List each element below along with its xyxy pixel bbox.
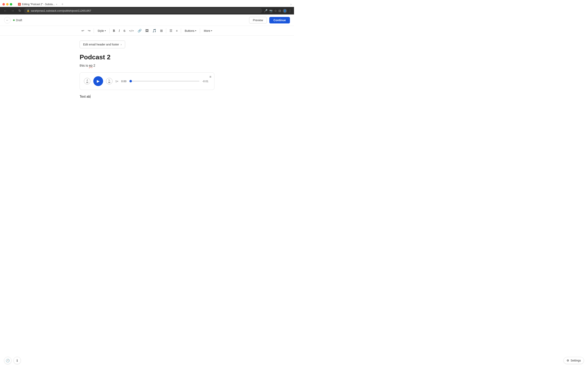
link-btn[interactable]: 🔗 (136, 27, 143, 34)
draft-label: Draft (16, 18, 22, 22)
play-btn[interactable]: ▶ (93, 76, 103, 86)
profile-btn[interactable]: 👤 (283, 9, 287, 13)
italic-btn[interactable]: I (117, 28, 121, 34)
redo-btn[interactable]: ↪ (86, 27, 92, 34)
code-icon: </> (129, 29, 134, 32)
buttons-label: Buttons (185, 29, 194, 33)
ordered-list-icon: ≡ (176, 29, 178, 33)
audio-btn[interactable]: 🎵 (151, 27, 158, 34)
audio-progress-handle[interactable] (130, 80, 132, 82)
maximize-window-btn[interactable] (10, 3, 12, 6)
link-icon: 🔗 (138, 29, 142, 33)
window-controls (2, 3, 12, 6)
strikethrough-icon: S (123, 29, 125, 33)
continue-btn[interactable]: Continue (269, 17, 290, 24)
more-dropdown[interactable]: More ▾ (202, 28, 214, 33)
post-title[interactable]: Podcast 2 (80, 53, 214, 61)
bold-btn[interactable]: B (111, 28, 117, 34)
audio-progress-bar[interactable] (131, 81, 199, 82)
back-btn[interactable]: ← (4, 17, 11, 24)
toolbar-separator-1 (94, 28, 94, 33)
camera-off-icon[interactable]: 📷 (269, 9, 273, 12)
url-bar[interactable]: 🔒 sarahjonas1.substack.com/publish/post/… (24, 8, 262, 13)
text-cursor (90, 95, 90, 98)
audio-menu-icon: ≡ (209, 75, 211, 78)
skip-back-btn[interactable]: ↺ 15 (84, 78, 90, 84)
playback-speed-btn[interactable]: 1× (115, 80, 118, 83)
tab-favicon-icon: S (18, 3, 21, 6)
image-icon: 🖼 (145, 29, 149, 33)
embed-icon: ⊞ (160, 29, 163, 33)
audio-icon: 🎵 (152, 29, 156, 33)
toolbar-separator-2 (109, 28, 110, 33)
editor-content[interactable]: Edit email header and footer › Podcast 2… (76, 36, 218, 104)
nav-forward-btn[interactable]: → (10, 8, 16, 13)
microphone-icon[interactable]: 🎤 (264, 9, 268, 13)
audio-time-remaining: -0:01 (202, 80, 210, 83)
more-dropdown-arrow: ▾ (211, 30, 212, 32)
embed-btn[interactable]: ⊞ (158, 27, 164, 34)
split-view-icon[interactable]: ⊟ (278, 9, 281, 13)
tab-title: Editing "Podcast 2" - Substa... (22, 3, 55, 6)
editor-toolbar: ↩ ↪ Style ▾ B I S </> 🔗 🖼 🎵 ⊞ ☰ ≡ Button… (0, 26, 294, 36)
undo-btn[interactable]: ↩ (80, 27, 86, 34)
skip-forward-btn[interactable]: ↻ 30 (106, 78, 112, 84)
post-subtitle: this is ep 2 (80, 64, 214, 67)
audio-time-current: 0:00 (121, 80, 128, 83)
tab-bar: S Editing "Podcast 2" - Substa... × + › (0, 0, 294, 7)
active-tab[interactable]: S Editing "Podcast 2" - Substa... × (16, 2, 60, 7)
bold-icon: B (113, 29, 115, 33)
audio-player: ↺ 15 ▶ ↻ 30 1× 0:00 -0:01 ≡ (80, 72, 214, 90)
subtitle-suffix: 2 (93, 64, 95, 67)
editor-text-area[interactable]: Text ab (80, 94, 214, 99)
toolbar-separator-3 (166, 28, 166, 33)
ordered-list-btn[interactable]: ≡ (174, 28, 179, 34)
subtitle-prefix: this is (80, 64, 89, 67)
more-label: More (204, 29, 210, 33)
address-bar: ← → ↻ 🔒 sarahjonas1.substack.com/publish… (0, 7, 294, 15)
skip-fwd-num: 30 (108, 81, 110, 83)
tab-menu-arrow-icon[interactable]: › (290, 2, 292, 7)
email-header-chevron-icon: › (121, 43, 122, 46)
subtitle-underline: ep (89, 64, 93, 67)
bookmark-icon[interactable]: ☆ (274, 9, 277, 13)
text-content: Text ab (80, 95, 90, 98)
strikethrough-btn[interactable]: S (122, 28, 127, 34)
toolbar-separator-4 (181, 28, 181, 33)
draft-indicator: Draft (13, 18, 22, 22)
close-window-btn[interactable] (2, 3, 5, 6)
tab-close-btn[interactable]: × (56, 3, 57, 6)
skip-back-arrow-icon: ↺ (86, 79, 88, 81)
code-btn[interactable]: </> (127, 28, 135, 33)
play-icon: ▶ (97, 79, 100, 83)
skip-back-num: 15 (86, 81, 88, 83)
italic-icon: I (119, 29, 120, 33)
app-header: ← Draft Preview Continue (0, 15, 294, 26)
buttons-dropdown[interactable]: Buttons ▾ (183, 28, 198, 33)
unordered-list-btn[interactable]: ☰ (168, 27, 174, 34)
style-dropdown[interactable]: Style ▾ (95, 28, 108, 33)
edit-email-header-label: Edit email header and footer (83, 43, 119, 46)
draft-status-dot (13, 19, 15, 21)
lock-icon: 🔒 (27, 9, 30, 12)
nav-reload-btn[interactable]: ↻ (17, 8, 22, 13)
image-btn[interactable]: 🖼 (144, 28, 150, 34)
minimize-window-btn[interactable] (6, 3, 9, 6)
edit-email-header-btn[interactable]: Edit email header and footer › (80, 41, 125, 48)
url-text: sarahjonas1.substack.com/publish/post/11… (31, 9, 91, 12)
audio-settings-btn[interactable]: ≡ (209, 75, 211, 79)
unordered-list-icon: ☰ (169, 29, 172, 33)
browser-chrome: S Editing "Podcast 2" - Substa... × + › … (0, 0, 294, 15)
style-label: Style (98, 29, 104, 33)
buttons-dropdown-arrow: ▾ (195, 30, 196, 32)
address-bar-icons: 🎤 📷 ☆ ⊟ 👤 ⋮ (264, 9, 292, 13)
new-tab-btn[interactable]: + (61, 2, 63, 7)
skip-fwd-arrow-icon: ↻ (108, 79, 110, 81)
style-dropdown-arrow: ▾ (105, 30, 106, 32)
preview-btn[interactable]: Preview (249, 17, 267, 24)
browser-menu-btn[interactable]: ⋮ (288, 9, 292, 13)
nav-back-btn[interactable]: ← (2, 8, 8, 13)
